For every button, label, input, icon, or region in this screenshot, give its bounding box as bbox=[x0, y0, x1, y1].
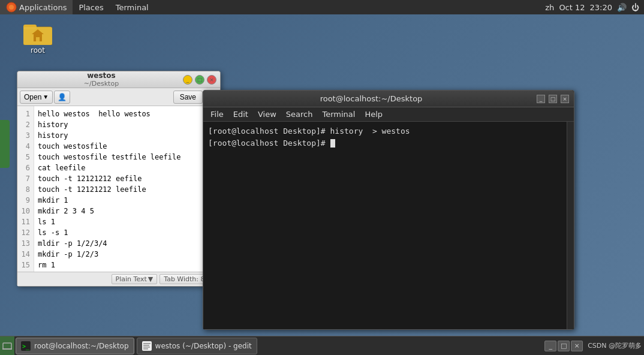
gedit-statusbar-right: Plain Text ▼ Tab Width: 8 ▼ bbox=[112, 274, 215, 284]
show-desktop-button[interactable] bbox=[0, 336, 14, 356]
terminal-line-2: [root@localhost Desktop]# bbox=[208, 137, 569, 149]
gedit-open-button[interactable]: Open ▼ bbox=[20, 91, 53, 104]
gedit-toolbar: Open ▼ 👤 Save ☰ bbox=[17, 88, 220, 106]
terminal-menu-view[interactable]: View bbox=[254, 108, 280, 121]
terminal-window: root@localhost:~/Desktop _ □ × File Edit… bbox=[203, 90, 574, 330]
show-desktop-icon bbox=[2, 342, 12, 350]
contacts-icon: 👤 bbox=[58, 93, 67, 101]
taskbar-gedit-item[interactable]: westos (~/Desktop) - gedit bbox=[137, 338, 257, 354]
terminal-menubar: File Edit View Search Terminal Help bbox=[203, 107, 574, 122]
gedit-statusbar: Plain Text ▼ Tab Width: 8 ▼ bbox=[17, 272, 220, 286]
root-folder-icon[interactable]: root bbox=[17, 21, 59, 55]
svg-rect-12 bbox=[142, 341, 152, 351]
top-menubar: Applications Places Terminal zh Oct 12 2… bbox=[0, 0, 644, 14]
terminal-menu-terminal[interactable]: Terminal bbox=[318, 108, 359, 121]
gedit-titlebar: westos ~/Desktop _ □ × bbox=[17, 71, 220, 88]
svg-rect-15 bbox=[143, 347, 150, 348]
gedit-save-button[interactable]: Save bbox=[173, 91, 203, 104]
plain-text-dropdown-icon: ▼ bbox=[148, 275, 153, 283]
svg-rect-9 bbox=[2, 348, 12, 350]
locale-indicator: zh bbox=[545, 3, 554, 12]
terminal-titlebar: root@localhost:~/Desktop _ □ × bbox=[203, 91, 574, 107]
terminal-taskbar-icon: >_ bbox=[21, 341, 31, 351]
terminal-menu[interactable]: Terminal bbox=[110, 0, 155, 14]
time-display: 23:20 bbox=[590, 3, 612, 12]
taskbar-terminal-item[interactable]: >_ root@localhost:~/Desktop bbox=[16, 338, 134, 354]
svg-rect-14 bbox=[143, 345, 149, 346]
terminal-line-1: [root@localhost Desktop]# history > west… bbox=[208, 125, 569, 137]
terminal-scrollbar[interactable] bbox=[567, 122, 574, 329]
svg-rect-8 bbox=[3, 343, 11, 349]
svg-rect-16 bbox=[143, 348, 148, 350]
gedit-maximize-button[interactable]: □ bbox=[195, 75, 204, 85]
gedit-content-area: 12345 678910 1112131415 1617181920 21 he… bbox=[17, 106, 220, 272]
terminal-minimize-button[interactable]: _ bbox=[537, 95, 545, 103]
folder-label: root bbox=[31, 46, 45, 55]
taskbar-window-controls: _ □ × bbox=[544, 341, 583, 351]
applications-menu[interactable]: Applications bbox=[0, 0, 73, 14]
csdn-watermark: CSDN @陀罗萌多 bbox=[588, 341, 642, 350]
taskbar: >_ root@localhost:~/Desktop westos (~/De… bbox=[0, 336, 644, 355]
terminal-close-button[interactable]: × bbox=[561, 95, 569, 103]
gedit-taskbar-icon bbox=[142, 341, 152, 351]
gedit-contacts-button[interactable]: 👤 bbox=[54, 91, 70, 104]
taskbar-close-button[interactable]: × bbox=[571, 341, 583, 351]
terminal-menu-search[interactable]: Search bbox=[282, 108, 317, 121]
places-menu[interactable]: Places bbox=[73, 0, 109, 14]
left-sidebar-tab[interactable] bbox=[0, 120, 10, 168]
open-dropdown-arrow: ▼ bbox=[43, 94, 49, 100]
date-display: Oct 12 bbox=[559, 3, 585, 12]
terminal-maximize-button[interactable]: □ bbox=[549, 95, 557, 103]
gedit-window: westos ~/Desktop _ □ × Open ▼ 👤 Save ☰ 1… bbox=[17, 71, 221, 287]
terminal-menu-file[interactable]: File bbox=[207, 108, 227, 121]
terminal-cursor bbox=[330, 139, 335, 148]
gedit-text-area[interactable]: hello westos hello westos history histor… bbox=[34, 106, 220, 272]
taskbar-maximize-button[interactable]: □ bbox=[558, 341, 570, 351]
svg-rect-13 bbox=[143, 343, 151, 344]
volume-icon[interactable]: 🔊 bbox=[617, 3, 627, 12]
taskbar-minimize-button[interactable]: _ bbox=[544, 341, 556, 351]
power-icon[interactable]: ⏻ bbox=[631, 3, 639, 12]
gedit-close-button[interactable]: × bbox=[207, 75, 216, 85]
gedit-minimize-button[interactable]: _ bbox=[183, 75, 192, 85]
terminal-content[interactable]: [root@localhost Desktop]# history > west… bbox=[203, 122, 574, 329]
svg-rect-7 bbox=[36, 37, 40, 41]
plain-text-status[interactable]: Plain Text ▼ bbox=[112, 274, 158, 284]
terminal-menu-help[interactable]: Help bbox=[361, 108, 386, 121]
terminal-menu-edit[interactable]: Edit bbox=[230, 108, 252, 121]
gedit-title: westos ~/Desktop bbox=[21, 71, 182, 88]
folder-svg bbox=[23, 21, 52, 45]
terminal-title: root@localhost:~/Desktop bbox=[208, 94, 534, 103]
gedit-line-numbers: 12345 678910 1112131415 1617181920 21 bbox=[17, 106, 34, 272]
svg-point-1 bbox=[9, 5, 14, 10]
svg-text:>_: >_ bbox=[22, 343, 30, 350]
taskbar-right: _ □ × CSDN @陀罗萌多 bbox=[544, 341, 644, 351]
